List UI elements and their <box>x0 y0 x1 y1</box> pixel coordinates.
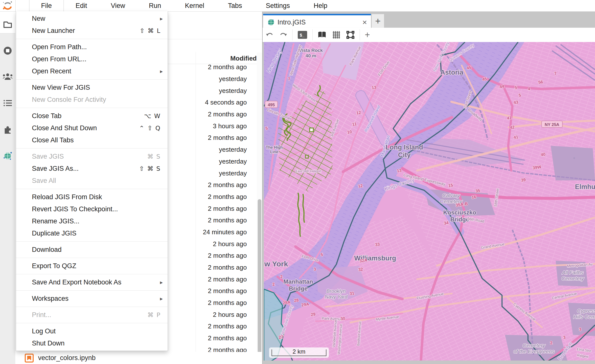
route-shield: 30 <box>340 316 345 321</box>
file-modified-cell[interactable]: 2 months ago <box>174 191 247 203</box>
menu-item-save-jgis-as[interactable]: Save JGIS As...⇧ ⌘ S <box>16 163 168 175</box>
scale-bar-label: 2 km <box>269 348 329 355</box>
file-modified-cell[interactable]: 2 months ago <box>174 321 247 332</box>
route-shield-box: NY 25A <box>542 121 562 128</box>
menu-item-open-from-path[interactable]: Open From Path... <box>16 41 168 53</box>
menu-item-label: New <box>16 15 160 22</box>
tab-close-icon[interactable]: × <box>362 18 367 26</box>
menu-item-open-recent[interactable]: Open Recent▸ <box>16 65 168 77</box>
file-modified-cell[interactable]: 2 months ago <box>174 285 247 297</box>
menu-item-label: Export To QGZ <box>16 262 168 270</box>
undo-button[interactable] <box>266 31 274 38</box>
file-modified-cell[interactable]: yesterday <box>174 167 247 179</box>
menu-item-workspaces[interactable]: Workspaces▸ <box>16 293 168 305</box>
menu-item-export-to-qgz[interactable]: Export To QGZ <box>16 260 168 272</box>
file-modified-cell[interactable]: 2 months ago <box>174 214 247 226</box>
file-modified-cell[interactable]: 2 months ago <box>174 273 247 285</box>
menu-separator <box>16 148 168 149</box>
new-tab-button[interactable]: + <box>371 14 384 28</box>
submenu-arrow-icon: ▸ <box>160 279 163 286</box>
menubar-item-view[interactable]: View <box>99 0 137 11</box>
file-modified-cell[interactable]: 2 hours ago <box>174 309 247 321</box>
file-modified-cell[interactable]: 24 minutes ago <box>174 226 247 238</box>
menu-item-close-all-tabs[interactable]: Close All Tabs <box>16 134 168 146</box>
route-shield: 11 <box>352 122 357 127</box>
menu-item-rename-jgis[interactable]: Rename JGIS... <box>16 215 168 227</box>
menu-item-save-jgis: Save JGIS⌘ S <box>16 150 168 163</box>
route-shield: 43 <box>513 100 519 105</box>
menu-item-label: Open From URL... <box>16 55 168 63</box>
file-modified-cell[interactable]: yesterday <box>174 144 247 156</box>
activity-sidebar <box>0 11 16 364</box>
file-modified-cell[interactable]: yesterday <box>174 85 247 97</box>
file-modified-cell[interactable]: 2 months ago <box>174 332 247 344</box>
route-shield: 10 <box>347 129 352 135</box>
menu-item-label: New View For JGIS <box>16 84 168 91</box>
route-shield: 41 <box>507 115 512 121</box>
sidebar-item-running[interactable] <box>0 43 15 58</box>
console-button[interactable]: $_ <box>298 30 307 39</box>
file-modified-cell[interactable]: 2 months ago <box>174 297 247 309</box>
file-modified-cell[interactable]: 3 hours ago <box>174 120 247 132</box>
menu-item-shut-down[interactable]: Shut Down <box>16 337 168 349</box>
menubar-item-tabs[interactable]: Tabs <box>216 0 254 11</box>
file-list-item[interactable]: vector_colors.ipynb <box>15 352 262 364</box>
file-modified-cell[interactable]: 2 months ago <box>174 108 247 120</box>
redo-button[interactable] <box>279 31 287 38</box>
menu-item-download[interactable]: Download <box>16 244 168 256</box>
menu-item-close-tab[interactable]: Close Tab⌥ W <box>16 110 168 122</box>
menu-item-close-and-shut-down[interactable]: Close And Shut Down⌃ ⇧ Q <box>16 122 168 134</box>
menu-item-save-and-export-notebook-as[interactable]: Save And Export Notebook As▸ <box>16 276 168 288</box>
route-shield: 12 <box>356 110 361 115</box>
file-modified-cell[interactable]: 2 months ago <box>174 179 247 191</box>
sidebar-item-files[interactable] <box>0 17 15 32</box>
file-modified-cell[interactable]: 2 months ago <box>174 132 247 144</box>
menubar-item-settings[interactable]: Settings <box>254 0 302 11</box>
menu-item-label: New Launcher <box>16 27 139 35</box>
menu-item-shortcut: ⌥ W <box>144 112 161 120</box>
file-modified-cell[interactable]: 2 months ago <box>174 250 247 262</box>
route-shield: 13 <box>397 168 402 173</box>
file-modified-cell[interactable]: 2 months ago <box>174 262 247 274</box>
scrollbar-thumb[interactable] <box>258 199 261 364</box>
route-shield: 45 <box>482 77 487 82</box>
file-modified-cell[interactable]: 2 months ago <box>174 61 247 73</box>
menubar-item-help[interactable]: Help <box>302 0 339 11</box>
menu-bar: FileEditViewRunKernelTabsSettingsHelp <box>0 0 595 12</box>
menubar-item-run[interactable]: Run <box>137 0 173 11</box>
sidebar-item-extensions[interactable] <box>0 123 15 138</box>
file-modified-cell[interactable]: 2 months ago <box>174 203 247 214</box>
menu-item-open-from-url[interactable]: Open From URL... <box>16 53 168 65</box>
identify-button[interactable] <box>318 31 326 39</box>
menu-item-revert-jgis-to-checkpoint[interactable]: Revert JGIS To Checkpoint... <box>16 203 168 215</box>
sidebar-item-collaboration[interactable] <box>0 69 15 84</box>
menu-item-new-view-for-jgis[interactable]: New View For JGIS <box>16 82 168 94</box>
menubar-item-edit[interactable]: Edit <box>64 0 99 11</box>
file-modified-cell[interactable]: yesterday <box>174 156 247 168</box>
menu-item-new-launcher[interactable]: New Launcher⇧ ⌘ L <box>16 25 168 37</box>
menubar-item-kernel[interactable]: Kernel <box>173 0 216 11</box>
menu-item-duplicate-jgis[interactable]: Duplicate JGIS <box>16 227 168 239</box>
menubar-item-file[interactable]: File <box>29 0 64 11</box>
menu-item-new[interactable]: New▸ <box>16 13 168 25</box>
tab-intro-jgis[interactable]: Intro.jGIS × <box>263 14 371 29</box>
sidebar-item-jgis[interactable] <box>0 148 15 163</box>
svg-text:495: 495 <box>268 103 275 107</box>
menu-item-label: Workspaces <box>16 295 160 302</box>
menu-separator <box>16 274 168 274</box>
menu-item-reload-jgis-from-disk[interactable]: Reload JGIS From Disk <box>16 191 168 203</box>
map-label: East 34th Heliport <box>296 169 321 173</box>
map-canvas[interactable]: +++ ++ New JerseyVista Rock40 mWest Side… <box>264 42 595 361</box>
sidebar-item-toc[interactable] <box>0 95 15 111</box>
grid-button[interactable] <box>332 31 340 39</box>
file-modified-cell[interactable]: 2 hours ago <box>174 238 247 250</box>
add-layer-button[interactable]: + <box>365 30 370 40</box>
select-button[interactable] <box>346 31 355 39</box>
file-modified-cell[interactable]: 4 seconds ago <box>174 97 247 108</box>
route-shield: 27 <box>278 335 284 340</box>
menu-item-shortcut: ⇧ ⌘ L <box>139 27 161 34</box>
file-modified-cell[interactable]: yesterday <box>174 73 247 85</box>
menu-item-log-out[interactable]: Log Out <box>16 325 168 337</box>
route-shield: 28 <box>294 298 299 303</box>
route-shield: 15 <box>448 183 453 188</box>
